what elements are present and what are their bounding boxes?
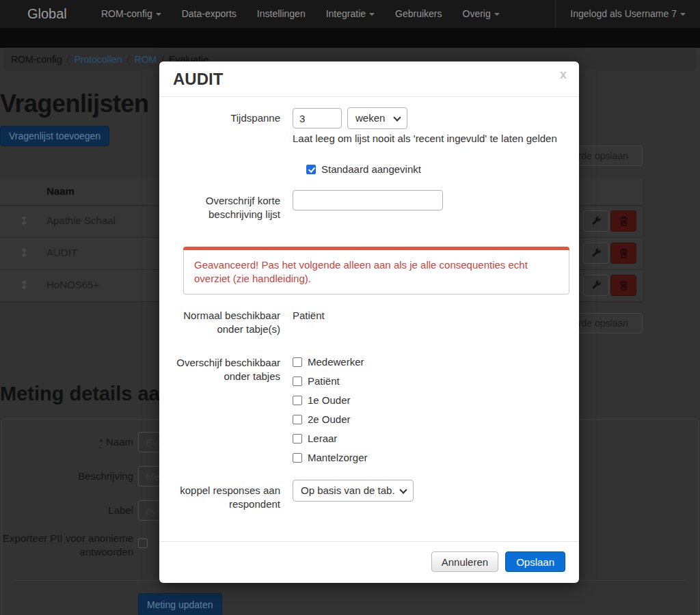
checkbox-unchecked-icon[interactable]: [293, 453, 302, 463]
checkbox-label: 1e Ouder: [308, 394, 351, 406]
breadcrumb-separator: /: [62, 54, 75, 65]
korte-beschrijving-label: Overschrijf korte beschrijving lijst: [173, 190, 280, 221]
nav-item-label: Integratie: [326, 8, 366, 19]
normaal-beschikbaar-value: Patiënt: [293, 309, 565, 336]
edit-wrench-button[interactable]: [583, 210, 609, 232]
nav-item-gebruikers[interactable]: Gebruikers: [385, 0, 452, 28]
save-button[interactable]: Opslaan: [505, 551, 565, 572]
koppel-responses-row: koppel responses aan respondent Op basis…: [173, 480, 565, 511]
row-name: HoNOS65+: [46, 279, 99, 290]
overschijf-tabs-row: Overschijf beschikbaar onder tabjes Mede…: [173, 356, 565, 463]
navbar-menu: ROM-config Data-exports Instellingen Int…: [91, 0, 510, 28]
korte-beschrijving-input[interactable]: [293, 190, 443, 210]
nav-item-integratie[interactable]: Integratie: [316, 0, 385, 28]
nav-item-label: Data-exports: [182, 8, 237, 19]
trash-icon: [619, 248, 628, 258]
koppel-responses-label: koppel responses aan respondent: [173, 480, 280, 511]
caret-down-icon: [680, 13, 686, 16]
nav-item-label: Gebruikers: [395, 8, 442, 19]
audit-modal: AUDIT x Tijdspanne weken Laat leeg om li…: [159, 62, 579, 583]
top-navbar: Global ROM-config Data-exports Instellin…: [0, 0, 700, 28]
tijdspanne-help-text: Laat leeg om lijst nooit als 'recent ing…: [293, 133, 565, 144]
modal-footer: Annuleren Opslaan: [159, 541, 579, 583]
nav-item-overig[interactable]: Overig: [453, 0, 510, 28]
close-icon[interactable]: x: [560, 68, 567, 81]
caret-down-icon: [156, 13, 161, 16]
checkbox-checked-icon[interactable]: [306, 165, 316, 174]
checkbox-label: Leraar: [308, 433, 337, 444]
navbar-shadow-strip: [0, 28, 700, 48]
nav-user-label: Ingelogd als Username 7: [570, 8, 677, 19]
trash-icon: [619, 280, 628, 290]
standaard-row: Standaard aangevinkt: [306, 163, 565, 175]
breadcrumb-link-protocollen[interactable]: Protocollen: [75, 54, 122, 65]
nav-item-rom-config[interactable]: ROM-config: [91, 0, 172, 28]
checkbox-unchecked-icon[interactable]: [293, 357, 302, 367]
screen: Global ROM-config Data-exports Instellin…: [0, 0, 700, 615]
tijdspanne-row: Tijdspanne weken Laat leeg om lijst nooi…: [173, 107, 565, 144]
edit-wrench-button[interactable]: [583, 275, 609, 296]
modal-header: AUDIT x: [159, 62, 579, 97]
checkbox-label: Mantelzorger: [308, 452, 368, 463]
nav-item-data-exports[interactable]: Data-exports: [172, 0, 247, 28]
tijdspanne-label: Tijdspanne: [173, 107, 280, 144]
nav-item-instellingen[interactable]: Instellingen: [247, 0, 316, 28]
delete-trash-button[interactable]: [610, 243, 636, 264]
meting-updaten-button[interactable]: Meting updaten: [138, 593, 222, 615]
add-questionnaire-button[interactable]: Vragenlijst toevoegen: [0, 126, 109, 146]
nav-item-label: Overig: [463, 8, 491, 19]
koppel-responses-select[interactable]: Op basis van de tab.: [293, 480, 414, 502]
tijdspanne-unit-select[interactable]: weken: [347, 107, 407, 129]
normaal-beschikbaar-row: Normaal beschikbaar onder tabje(s) Patië…: [173, 309, 565, 336]
breadcrumb-item: ROM-config: [11, 54, 62, 65]
checkbox-label: Patiënt: [308, 375, 340, 387]
modal-body: Tijdspanne weken Laat leeg om lijst nooi…: [159, 97, 579, 541]
required-asterisk: *: [99, 436, 103, 448]
tab-checkbox-1e-ouder[interactable]: 1e Ouder: [293, 394, 565, 406]
checkbox-label: 2e Ouder: [308, 413, 351, 425]
checkbox-label: Medewerker: [308, 356, 364, 368]
field-label-text: Naam: [106, 436, 133, 448]
wrench-icon: [591, 216, 602, 226]
drag-handle-icon[interactable]: ↕: [19, 246, 29, 260]
tijdspanne-input[interactable]: [293, 108, 342, 128]
row-name: AUDIT: [46, 247, 77, 258]
tab-checkbox-medewerker[interactable]: Medewerker: [293, 356, 565, 368]
warning-text: Geavanceerd! Pas het volgende alleen aan…: [183, 250, 569, 295]
korte-beschrijving-controls: [293, 190, 565, 221]
breadcrumb-link-rom[interactable]: ROM: [135, 54, 157, 65]
nav-user-menu[interactable]: Ingelogd als Username 7: [555, 0, 700, 28]
caret-down-icon: [494, 13, 500, 16]
koppel-responses-controls: Op basis van de tab.: [293, 480, 565, 511]
caret-down-icon: [369, 13, 375, 16]
tab-checkbox-2e-ouder[interactable]: 2e Ouder: [293, 413, 565, 425]
standaard-checkbox-row[interactable]: Standaard aangevinkt: [306, 163, 565, 175]
wrench-icon: [591, 280, 602, 290]
modal-title: AUDIT: [173, 70, 223, 88]
tab-checkbox-leraar[interactable]: Leraar: [293, 433, 565, 444]
advanced-warning-alert: Geavanceerd! Pas het volgende alleen aan…: [183, 247, 569, 295]
overschijf-tabs-label: Overschijf beschikbaar onder tabjes: [173, 356, 280, 463]
body-bottom-spacer: [173, 511, 565, 541]
select-value: Op basis van de tab.: [301, 484, 395, 496]
select-value: weken: [355, 112, 385, 124]
navbar-brand[interactable]: Global: [27, 0, 67, 28]
tijdspanne-controls: weken Laat leeg om lijst nooit als 'rece…: [293, 107, 565, 144]
checkbox-unchecked-icon[interactable]: [293, 434, 302, 443]
checkbox-unchecked-icon[interactable]: [293, 396, 302, 405]
tab-checkbox-mantelzorger[interactable]: Mantelzorger: [293, 452, 565, 463]
edit-wrench-button[interactable]: [583, 243, 609, 264]
page-title: Vragenlijsten: [0, 90, 149, 118]
drag-handle-icon[interactable]: ↕: [19, 278, 29, 292]
delete-trash-button[interactable]: [610, 210, 636, 232]
delete-trash-button[interactable]: [610, 275, 636, 296]
normaal-beschikbaar-label: Normaal beschikbaar onder tabje(s): [173, 309, 280, 336]
overschijf-tabs-options: Medewerker Patiënt 1e Ouder 2e Ouder Ler…: [293, 356, 565, 463]
pii-checkbox[interactable]: [138, 538, 148, 548]
cancel-button[interactable]: Annuleren: [431, 551, 498, 572]
drag-handle-icon[interactable]: ↕: [19, 214, 29, 228]
tab-checkbox-patient[interactable]: Patiënt: [293, 375, 565, 387]
checkbox-unchecked-icon[interactable]: [293, 415, 302, 424]
checkbox-unchecked-icon[interactable]: [293, 377, 302, 386]
beschrijving-field-label: Beschrijving: [0, 470, 133, 482]
